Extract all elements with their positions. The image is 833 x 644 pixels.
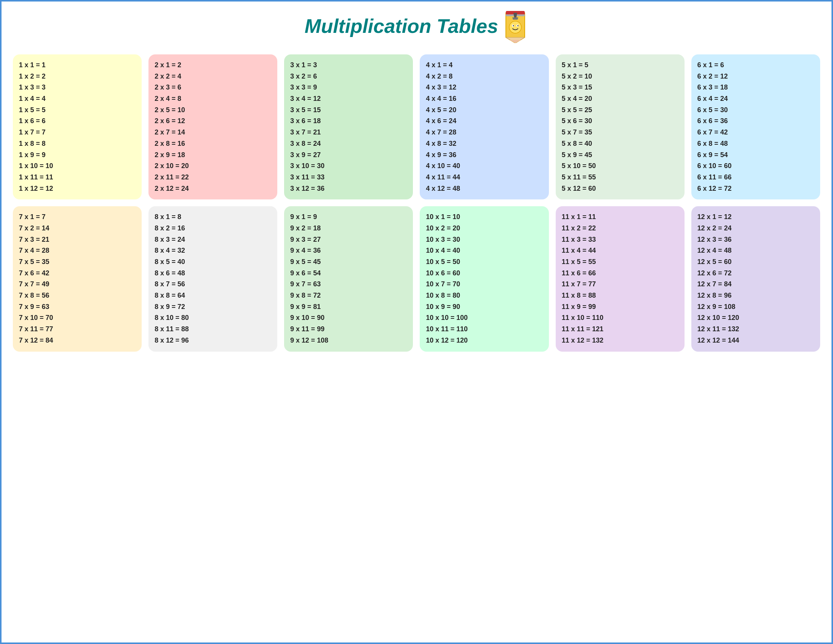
table-row: 10 x 11 = 110: [426, 324, 542, 335]
table-row: 2 x 8 = 16: [154, 138, 271, 149]
svg-marker-2: [510, 40, 521, 43]
table-row: 7 x 10 = 70: [19, 312, 136, 324]
table-row: 5 x 8 = 40: [562, 138, 679, 149]
table-row: 11 x 10 = 110: [562, 312, 679, 324]
table-row: 9 x 5 = 45: [290, 257, 407, 268]
table-row: 8 x 10 = 80: [154, 312, 271, 324]
table-row: 11 x 6 = 66: [562, 268, 679, 279]
table-row: 9 x 9 = 81: [290, 302, 407, 313]
table-row: 6 x 12 = 72: [697, 183, 814, 194]
table-row: 2 x 12 = 24: [154, 183, 271, 194]
table-row: 7 x 11 = 77: [19, 324, 136, 335]
table-row: 7 x 6 = 42: [19, 268, 136, 279]
table-row: 7 x 7 = 49: [19, 279, 136, 290]
table-row: 3 x 7 = 21: [290, 127, 407, 138]
svg-point-5: [509, 21, 521, 33]
table-row: 4 x 9 = 36: [426, 149, 542, 161]
svg-marker-11: [512, 18, 518, 20]
table-row: 1 x 4 = 4: [19, 93, 136, 104]
table-row: 11 x 1 = 11: [562, 212, 679, 223]
table-row: 12 x 3 = 36: [697, 234, 814, 246]
table-row: 6 x 8 = 48: [697, 138, 814, 149]
table-card-11: 11 x 1 = 1111 x 2 = 2211 x 3 = 3311 x 4 …: [556, 206, 685, 351]
table-row: 6 x 7 = 42: [697, 127, 814, 138]
table-row: 8 x 12 = 96: [154, 335, 271, 346]
table-row: 10 x 10 = 100: [426, 312, 542, 324]
table-row: 9 x 12 = 108: [290, 335, 407, 346]
table-row: 4 x 11 = 44: [426, 172, 542, 183]
table-row: 2 x 4 = 8: [154, 93, 271, 104]
table-row: 5 x 1 = 5: [562, 60, 679, 71]
table-row: 1 x 10 = 10: [19, 161, 136, 172]
table-row: 10 x 12 = 120: [426, 335, 542, 346]
table-row: 4 x 4 = 16: [426, 93, 542, 104]
table-row: 2 x 9 = 18: [154, 149, 271, 161]
table-row: 10 x 4 = 40: [426, 245, 542, 257]
table-row: 6 x 4 = 24: [697, 93, 814, 104]
table-row: 5 x 6 = 30: [562, 116, 679, 127]
table-row: 12 x 9 = 108: [697, 302, 814, 313]
table-row: 7 x 2 = 14: [19, 223, 136, 234]
table-row: 6 x 9 = 54: [697, 149, 814, 161]
table-row: 5 x 9 = 45: [562, 149, 679, 161]
table-row: 9 x 1 = 9: [290, 212, 407, 223]
table-row: 5 x 2 = 10: [562, 71, 679, 82]
table-row: 3 x 11 = 33: [290, 172, 407, 183]
table-row: 12 x 1 = 12: [697, 212, 814, 223]
table-row: 10 x 1 = 10: [426, 212, 542, 223]
table-card-7: 7 x 1 = 77 x 2 = 147 x 3 = 217 x 4 = 287…: [13, 206, 142, 351]
table-card-9: 9 x 1 = 99 x 2 = 189 x 3 = 279 x 4 = 369…: [284, 206, 413, 351]
table-row: 7 x 4 = 28: [19, 245, 136, 257]
table-row: 8 x 3 = 24: [154, 234, 271, 246]
table-row: 1 x 3 = 3: [19, 82, 136, 93]
table-row: 12 x 8 = 96: [697, 290, 814, 302]
table-row: 8 x 4 = 32: [154, 245, 271, 257]
table-row: 10 x 8 = 80: [426, 290, 542, 302]
table-row: 6 x 10 = 60: [697, 161, 814, 172]
table-row: 2 x 6 = 12: [154, 116, 271, 127]
table-row: 1 x 6 = 6: [19, 116, 136, 127]
table-row: 8 x 8 = 64: [154, 290, 271, 302]
table-row: 7 x 12 = 84: [19, 335, 136, 346]
svg-point-8: [513, 25, 514, 26]
table-row: 8 x 1 = 8: [154, 212, 271, 223]
table-row: 5 x 12 = 60: [562, 183, 679, 194]
table-row: 3 x 4 = 12: [290, 93, 407, 104]
table-row: 3 x 3 = 9: [290, 82, 407, 93]
table-row: 11 x 5 = 55: [562, 257, 679, 268]
table-row: 10 x 2 = 20: [426, 223, 542, 234]
table-row: 7 x 3 = 21: [19, 234, 136, 246]
table-row: 11 x 8 = 88: [562, 290, 679, 302]
table-row: 6 x 11 = 66: [697, 172, 814, 183]
table-row: 6 x 6 = 36: [697, 116, 814, 127]
table-row: 11 x 7 = 77: [562, 279, 679, 290]
table-row: 9 x 11 = 99: [290, 324, 407, 335]
table-row: 3 x 9 = 27: [290, 149, 407, 161]
table-row: 12 x 6 = 72: [697, 268, 814, 279]
table-row: 3 x 5 = 15: [290, 104, 407, 116]
title-text: Multiplication Tables: [304, 15, 498, 37]
table-row: 12 x 4 = 48: [697, 245, 814, 257]
table-row: 4 x 3 = 12: [426, 82, 542, 93]
table-row: 2 x 7 = 14: [154, 127, 271, 138]
multiplication-grid: 1 x 1 = 11 x 2 = 21 x 3 = 31 x 4 = 41 x …: [9, 55, 824, 352]
table-row: 7 x 9 = 63: [19, 302, 136, 313]
table-card-5: 5 x 1 = 55 x 2 = 105 x 3 = 155 x 4 = 205…: [556, 55, 685, 199]
table-row: 5 x 11 = 55: [562, 172, 679, 183]
table-row: 9 x 3 = 27: [290, 234, 407, 246]
table-row: 4 x 7 = 28: [426, 127, 542, 138]
table-row: 10 x 7 = 70: [426, 279, 542, 290]
table-row: 11 x 4 = 44: [562, 245, 679, 257]
table-row: 1 x 2 = 2: [19, 71, 136, 82]
table-row: 9 x 6 = 54: [290, 268, 407, 279]
table-card-12: 12 x 1 = 1212 x 2 = 2412 x 3 = 3612 x 4 …: [691, 206, 820, 351]
table-row: 8 x 2 = 16: [154, 223, 271, 234]
table-row: 3 x 6 = 18: [290, 116, 407, 127]
table-row: 12 x 5 = 60: [697, 257, 814, 268]
table-row: 12 x 11 = 132: [697, 324, 814, 335]
table-row: 11 x 12 = 132: [562, 335, 679, 346]
table-row: 5 x 3 = 15: [562, 82, 679, 93]
table-row: 10 x 3 = 30: [426, 234, 542, 246]
table-row: 8 x 9 = 72: [154, 302, 271, 313]
table-row: 8 x 6 = 48: [154, 268, 271, 279]
